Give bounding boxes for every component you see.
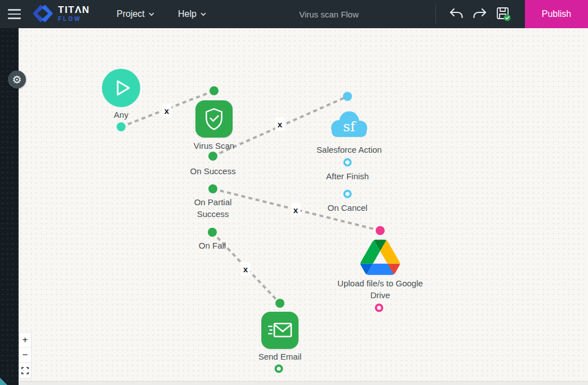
titan-diamond-icon <box>33 4 53 23</box>
connector-delete-badge[interactable]: x <box>241 262 251 276</box>
brand-title: TITΛN <box>58 5 90 15</box>
chevron-down-icon <box>201 11 206 17</box>
port-dot[interactable] <box>117 122 126 131</box>
sf-label: sf <box>343 118 355 135</box>
saved-check-icon <box>504 15 511 21</box>
node-google-drive[interactable] <box>360 240 400 275</box>
port-ring[interactable] <box>275 365 283 373</box>
flow-title: Virus scan Flow <box>299 0 359 28</box>
connector-delete-badge[interactable]: x <box>291 203 301 216</box>
hamburger-menu-icon[interactable] <box>8 7 21 21</box>
port-dot[interactable] <box>343 92 352 101</box>
port-dot[interactable] <box>275 299 284 308</box>
google-drive-icon <box>360 240 400 275</box>
undo-icon <box>449 7 464 21</box>
top-bar: TITΛN FLOW Project Help Virus scan Flow <box>0 0 588 28</box>
shield-check-icon <box>202 107 226 131</box>
minus-icon: − <box>23 349 28 361</box>
email-icon <box>267 320 293 340</box>
save-icon <box>496 6 511 22</box>
fullscreen-icon <box>21 367 29 374</box>
port-ring[interactable] <box>375 304 384 312</box>
connector-delete-badge[interactable]: x <box>162 104 172 117</box>
menu-project[interactable]: Project <box>117 0 154 28</box>
connector-delete-badge[interactable]: x <box>275 117 285 131</box>
corner-accent <box>0 378 7 385</box>
fit-screen-button[interactable] <box>19 363 31 378</box>
node-any[interactable] <box>102 69 140 107</box>
header-divider <box>435 5 436 24</box>
undo-button[interactable] <box>448 6 464 22</box>
zoom-controls: + − <box>19 332 32 379</box>
port-ring[interactable] <box>344 158 352 167</box>
zoom-out-button[interactable]: − <box>19 348 31 363</box>
horizontal-scrollbar[interactable] <box>19 381 588 385</box>
port-dot[interactable] <box>208 152 217 161</box>
node-virus-scan[interactable] <box>195 100 233 138</box>
play-icon <box>109 76 133 100</box>
redo-icon <box>473 7 487 21</box>
save-button[interactable] <box>496 6 511 22</box>
chevron-down-icon <box>149 11 154 17</box>
gear-icon: ⚙ <box>12 74 21 85</box>
port-ring[interactable] <box>344 190 352 198</box>
port-dot[interactable] <box>210 86 219 95</box>
brand-subtitle: FLOW <box>58 16 90 22</box>
menu-help[interactable]: Help <box>178 0 206 28</box>
port-dot[interactable] <box>208 184 217 193</box>
port-dot[interactable] <box>376 226 385 235</box>
node-salesforce[interactable]: sf <box>328 110 370 139</box>
node-send-email[interactable] <box>261 312 299 349</box>
brand-logo: TITΛN FLOW <box>33 4 90 23</box>
port-dot[interactable] <box>208 228 217 237</box>
settings-button[interactable]: ⚙ <box>8 70 26 88</box>
redo-button[interactable] <box>472 6 488 22</box>
zoom-in-button[interactable]: + <box>19 333 31 348</box>
publish-button[interactable]: Publish <box>525 0 588 28</box>
plus-icon: + <box>23 334 28 346</box>
